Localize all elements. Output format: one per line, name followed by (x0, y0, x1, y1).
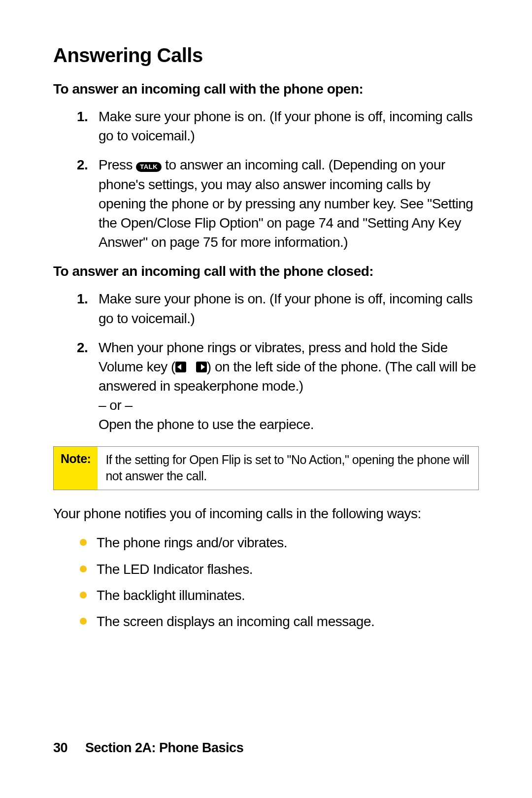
section-title: Section 2A: Phone Basics (85, 740, 243, 755)
step-item: 1. Make sure your phone is on. (If your … (77, 107, 479, 145)
step-text: Make sure your phone is on. (If your pho… (99, 291, 472, 326)
step-number: 2. (77, 155, 88, 174)
page-number: 30 (53, 740, 67, 755)
notify-intro: Your phone notifies you of incoming call… (53, 504, 479, 523)
list-item: The backlight illuminates. (80, 586, 479, 605)
page-footer: 30Section 2A: Phone Basics (53, 740, 243, 756)
steps-phone-closed: 1. Make sure your phone is on. (If your … (77, 289, 479, 434)
step-text-c: Open the phone to use the earpiece. (99, 417, 314, 432)
step-text-pre: Press (99, 157, 136, 172)
subhead-phone-open: To answer an incoming call with the phon… (53, 81, 479, 97)
steps-phone-open: 1. Make sure your phone is on. (If your … (77, 107, 479, 252)
step-text: Press TALK to answer an incoming call. (… (99, 157, 473, 250)
note-label: Note: (54, 447, 98, 490)
list-item: The phone rings and/or vibrates. (80, 533, 479, 552)
step-item: 2. When your phone rings or vibrates, pr… (77, 338, 479, 434)
step-item: 2. Press TALK to answer an incoming call… (77, 155, 479, 252)
step-text: When your phone rings or vibrates, press… (99, 340, 476, 432)
note-body: If the setting for Open Flip is set to "… (98, 447, 478, 490)
notify-bullets: The phone rings and/or vibrates. The LED… (80, 533, 479, 631)
subhead-phone-closed: To answer an incoming call with the phon… (53, 264, 479, 279)
step-number: 1. (77, 107, 88, 126)
step-item: 1. Make sure your phone is on. (If your … (77, 289, 479, 328)
page-heading: Answering Calls (53, 44, 479, 66)
note-box: Note: If the setting for Open Flip is se… (53, 446, 479, 491)
talk-key-icon: TALK (136, 162, 162, 172)
step-or: – or – (99, 398, 133, 413)
volume-key-icon (175, 362, 207, 372)
list-item: The screen displays an incoming call mes… (80, 612, 479, 631)
step-number: 2. (77, 338, 88, 357)
step-text: Make sure your phone is on. (If your pho… (99, 109, 472, 143)
step-number: 1. (77, 289, 88, 308)
list-item: The LED Indicator flashes. (80, 560, 479, 579)
